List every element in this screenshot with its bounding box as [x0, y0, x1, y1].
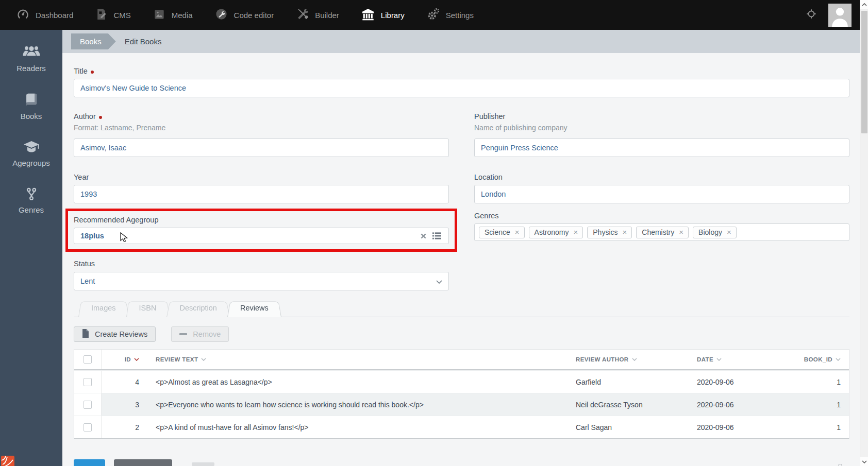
library-bank-icon: [361, 7, 375, 23]
genre-tag: Physics×: [587, 227, 632, 238]
nav-item-settings[interactable]: Settings: [415, 0, 485, 30]
sidebar-item-books[interactable]: Books: [0, 92, 62, 120]
title-label: Title: [74, 67, 88, 75]
table-row[interactable]: 3 <p>Everyone who wants to learn how sci…: [74, 393, 849, 416]
reviews-table: ID REVIEW TEXT REVIEW AUTHOR DATE BOOK_I…: [74, 349, 849, 439]
sidebar-item-agegroups[interactable]: Agegroups: [0, 140, 62, 167]
button-label: Create Reviews: [95, 330, 147, 338]
table-row[interactable]: 2 <p>A kind of must-have for all Asimov …: [74, 416, 849, 438]
nav-item-builder[interactable]: Builder: [285, 0, 350, 30]
avatar[interactable]: [828, 4, 852, 27]
year-input[interactable]: [74, 185, 449, 203]
publisher-input[interactable]: [474, 139, 849, 157]
save-button-cut-off[interactable]: [74, 459, 105, 466]
nav-item-cms[interactable]: CMS: [84, 0, 141, 30]
row-checkbox[interactable]: [84, 423, 92, 432]
author-label: Author: [74, 112, 96, 120]
nav-item-library[interactable]: Library: [350, 0, 415, 30]
tag-label: Astronomy: [535, 228, 569, 236]
column-header-id[interactable]: ID: [102, 356, 147, 363]
tag-label: Biology: [698, 228, 722, 236]
tag-label: Chemistry: [642, 228, 674, 236]
column-header-date[interactable]: DATE: [689, 356, 796, 363]
remove-tag-icon[interactable]: ×: [515, 228, 520, 236]
sidebar: Readers Books Agegroups Genres: [0, 30, 62, 466]
nav-item-dashboard[interactable]: Dashboard: [5, 0, 84, 30]
cell-id: 3: [102, 393, 147, 416]
tag-label: Science: [485, 228, 510, 236]
column-header-book-id[interactable]: BOOK_ID: [796, 356, 849, 363]
lookup-list-icon[interactable]: [430, 229, 443, 243]
sidebar-item-genres[interactable]: Genres: [0, 187, 62, 214]
secondary-button-cut-off[interactable]: [114, 459, 172, 466]
branch-icon: [0, 187, 62, 201]
readers-group-icon: [0, 45, 62, 60]
status-field-block: Status Lent: [74, 259, 449, 290]
nav-label: Media: [172, 11, 193, 20]
remove-tag-icon[interactable]: ×: [679, 228, 683, 236]
sort-caret-icon: [836, 358, 841, 361]
column-header-review-text[interactable]: REVIEW TEXT: [147, 356, 567, 363]
sidebar-item-readers[interactable]: Readers: [0, 45, 62, 73]
required-dot: [99, 116, 102, 119]
row-checkbox[interactable]: [84, 401, 92, 409]
column-header-review-author[interactable]: REVIEW AUTHOR: [567, 356, 689, 363]
location-input[interactable]: [474, 185, 849, 203]
create-reviews-button[interactable]: Create Reviews: [74, 326, 156, 342]
genres-tag-input[interactable]: Science× Astronomy× Physics× Chemistry× …: [474, 223, 849, 241]
cell-date: 2020-09-06: [689, 393, 796, 416]
lock-icon-cut-off: [835, 462, 845, 466]
author-field-block: Author Format: Lastname, Prename: [74, 112, 449, 157]
tab-isbn[interactable]: ISBN: [126, 300, 170, 317]
scroll-up-arrow-icon[interactable]: [860, 0, 868, 9]
cell-review-text: <p>Everyone who wants to learn how scien…: [147, 393, 567, 416]
settings-gears-icon: [426, 7, 440, 23]
genre-tag: Biology×: [693, 227, 737, 238]
tab-label: ISBN: [139, 304, 157, 312]
remove-tag-icon[interactable]: ×: [727, 228, 731, 236]
column-label: REVIEW AUTHOR: [576, 356, 629, 363]
breadcrumb-books[interactable]: Books: [71, 33, 116, 49]
nav-item-media[interactable]: Media: [142, 0, 204, 30]
tab-description[interactable]: Description: [166, 300, 230, 317]
crosshair-icon[interactable]: [806, 8, 817, 22]
remove-tag-icon[interactable]: ×: [574, 228, 578, 236]
table-row[interactable]: 4 <p>Almost as great as Lasagna</p> Garf…: [74, 370, 849, 393]
cancel-link-cut-off[interactable]: [192, 462, 214, 466]
sort-caret-icon: [201, 358, 206, 361]
select-all-checkbox[interactable]: [84, 355, 92, 364]
tab-images[interactable]: Images: [78, 300, 129, 317]
nav-label: Settings: [446, 11, 474, 20]
agegroup-picker-field[interactable]: 18plus: [74, 228, 449, 244]
top-nav-bar: Dashboard CMS Media Code editor Builder …: [0, 0, 860, 30]
nav-item-code-editor[interactable]: Code editor: [204, 0, 285, 30]
code-editor-icon: [214, 7, 228, 23]
graduation-cap-icon: [0, 140, 62, 154]
clear-value-icon[interactable]: [416, 229, 430, 243]
status-select[interactable]: Lent: [74, 272, 449, 290]
genre-tag: Astronomy×: [529, 227, 583, 238]
table-header-row: ID REVIEW TEXT REVIEW AUTHOR DATE BOOK_I…: [74, 350, 849, 370]
author-input[interactable]: [74, 139, 449, 157]
remove-button[interactable]: Remove: [171, 326, 229, 342]
red-annotation-box: Recommended Agegroup 18plus: [65, 209, 457, 252]
cell-book-id: 1: [796, 371, 849, 393]
genres-field-block: Genres Science× Astronomy× Physics× Chem…: [474, 203, 849, 252]
agegroup-value: 18plus: [80, 232, 416, 240]
cell-date: 2020-09-06: [689, 416, 796, 438]
tab-reviews[interactable]: Reviews: [227, 300, 281, 317]
title-input[interactable]: [74, 79, 849, 97]
tag-label: Physics: [593, 228, 617, 236]
required-dot: [91, 71, 94, 74]
location-field-block: Location: [474, 172, 849, 203]
minus-icon: [179, 333, 187, 335]
cell-review-text: <p>A kind of must-have for all Asimov fa…: [147, 416, 567, 438]
scroll-down-arrow-icon[interactable]: [860, 457, 868, 466]
remove-tag-icon[interactable]: ×: [623, 228, 627, 236]
cell-book-id: 1: [796, 393, 849, 416]
genre-tag: Chemistry×: [636, 227, 689, 238]
scrollbar-thumb[interactable]: [861, 11, 867, 133]
vertical-scrollbar[interactable]: [860, 0, 868, 466]
cell-review-author: Carl Sagan: [567, 416, 689, 438]
row-checkbox[interactable]: [84, 378, 92, 386]
